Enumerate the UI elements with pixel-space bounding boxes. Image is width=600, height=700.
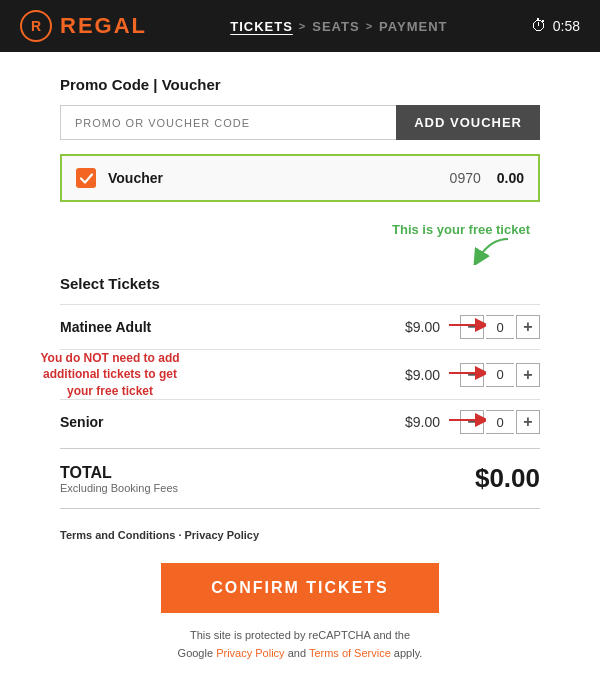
main-content: Promo Code | Voucher ADD VOUCHER Voucher… (0, 52, 600, 686)
terms-row: Terms and Conditions · Privacy Policy (60, 525, 540, 543)
logo-area: R REGAL (20, 10, 147, 42)
ticket-name-senior: Senior (60, 414, 390, 430)
voucher-amount: 0.00 (497, 170, 524, 186)
red-arrow-middle (448, 364, 486, 382)
ticket-price-middle: $9.00 (390, 367, 440, 383)
ticket-price-senior: $9.00 (390, 414, 440, 430)
qty-value-middle: 0 (486, 363, 514, 387)
nav-step-seats[interactable]: SEATS (312, 19, 359, 34)
ticket-row: Matinee Adult $9.00 − 0 + (60, 304, 540, 349)
ticket-row-senior: Senior $9.00 − 0 + (60, 399, 540, 444)
free-ticket-annotation: This is your free ticket (60, 222, 540, 269)
green-arrow-down (60, 237, 510, 269)
nav-arrow-1: > (299, 20, 306, 32)
qty-increase-middle[interactable]: + (516, 363, 540, 387)
privacy-policy-link[interactable]: Privacy Policy (185, 529, 260, 541)
ticket-name-matinee: Matinee Adult (60, 319, 390, 335)
red-arrow-matinee (448, 316, 486, 334)
total-section: TOTAL Excluding Booking Fees $0.00 (60, 448, 540, 509)
add-voucher-button[interactable]: ADD VOUCHER (396, 105, 540, 140)
select-tickets-title: Select Tickets (60, 275, 540, 292)
ticket-row-middle: You do NOT need to add additional ticket… (60, 349, 540, 399)
voucher-label: Voucher (108, 170, 450, 186)
confirm-btn-container: CONFIRM TICKETS (60, 563, 540, 613)
timer-icon: ⏱ (531, 17, 547, 35)
voucher-code: 0970 (450, 170, 481, 186)
recaptcha-line2: Google (178, 647, 213, 659)
total-amount: $0.00 (475, 463, 540, 494)
logo-icon: R (20, 10, 52, 42)
total-sub-label: Excluding Booking Fees (60, 482, 178, 494)
confirm-tickets-button[interactable]: CONFIRM TICKETS (161, 563, 439, 613)
voucher-box: Voucher 0970 0.00 (60, 154, 540, 202)
qty-increase-matinee[interactable]: + (516, 315, 540, 339)
header: R REGAL TICKETS > SEATS > PAYMENT ⏱ 0:58 (0, 0, 600, 52)
timer-area: ⏱ 0:58 (531, 17, 580, 35)
voucher-checkbox[interactable] (76, 168, 96, 188)
promo-section-title: Promo Code | Voucher (60, 76, 540, 93)
nav-step-tickets[interactable]: TICKETS (230, 19, 293, 34)
terms-conditions-link[interactable]: Terms and Conditions (60, 529, 175, 541)
recaptcha-and: and (288, 647, 309, 659)
brand-name: REGAL (60, 13, 147, 39)
nav-arrow-2: > (366, 20, 373, 32)
recaptcha-terms-link[interactable]: Terms of Service (309, 647, 391, 659)
recaptcha-privacy-link[interactable]: Privacy Policy (216, 647, 284, 659)
nav-step-payment[interactable]: PAYMENT (379, 19, 447, 34)
recaptcha-apply: apply. (394, 647, 423, 659)
qty-value-matinee: 0 (486, 315, 514, 339)
ticket-price-matinee: $9.00 (390, 319, 440, 335)
timer-value: 0:58 (553, 18, 580, 34)
red-annotation: You do NOT need to add additional ticket… (5, 349, 215, 399)
nav-steps: TICKETS > SEATS > PAYMENT (230, 19, 447, 34)
total-label: TOTAL (60, 464, 178, 482)
promo-input[interactable] (60, 105, 396, 140)
recaptcha-line1: This site is protected by reCAPTCHA and … (190, 629, 410, 641)
qty-increase-senior[interactable]: + (516, 410, 540, 434)
recaptcha-notice: This site is protected by reCAPTCHA and … (60, 627, 540, 662)
total-label-area: TOTAL Excluding Booking Fees (60, 464, 178, 494)
free-ticket-text: This is your free ticket (60, 222, 540, 237)
promo-row: ADD VOUCHER (60, 105, 540, 140)
red-arrow-senior (448, 411, 486, 429)
qty-value-senior: 0 (486, 410, 514, 434)
